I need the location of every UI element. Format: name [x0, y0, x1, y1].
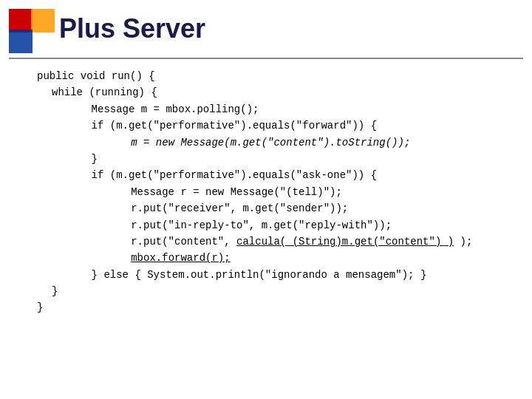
code-line-10: r.put("in-reply-to", m.get("reply-with")…	[37, 217, 517, 233]
code-line-8: Message r = new Message("(tell)");	[37, 184, 517, 200]
code-line-4: if (m.get("performative").equals("forwar…	[37, 117, 517, 134]
code-line-14: }	[37, 283, 517, 299]
code-line-6: }	[37, 151, 517, 167]
code-line-9: r.put("receiver", m.get("sender"));	[37, 200, 517, 216]
sq-orange	[31, 9, 55, 33]
code-block: public void run() { while (running) { Me…	[37, 68, 517, 316]
code-line-13: } else { System.out.println("ignorando a…	[37, 267, 517, 283]
code-line-5: m = new Message(m.get("content").toStrin…	[37, 134, 517, 151]
code-line-7: if (m.get("performative").equals("ask-on…	[37, 167, 517, 183]
sq-blue	[9, 30, 33, 53]
code-line-3: Message m = mbox.polling();	[37, 101, 517, 117]
slide-title: Plus Server	[59, 13, 205, 44]
decorative-squares	[9, 9, 53, 53]
code-line-2: while (running) {	[37, 84, 517, 100]
title-rule	[9, 58, 523, 59]
slide-container: Plus Server public void run() { while (r…	[0, 0, 532, 399]
code-line-15: }	[37, 299, 517, 316]
code-line-12: mbox.forward(r);	[37, 250, 517, 266]
code-line-1: public void run() {	[37, 68, 517, 84]
code-line-11: r.put("content", calcula( (String)m.get(…	[37, 233, 517, 250]
